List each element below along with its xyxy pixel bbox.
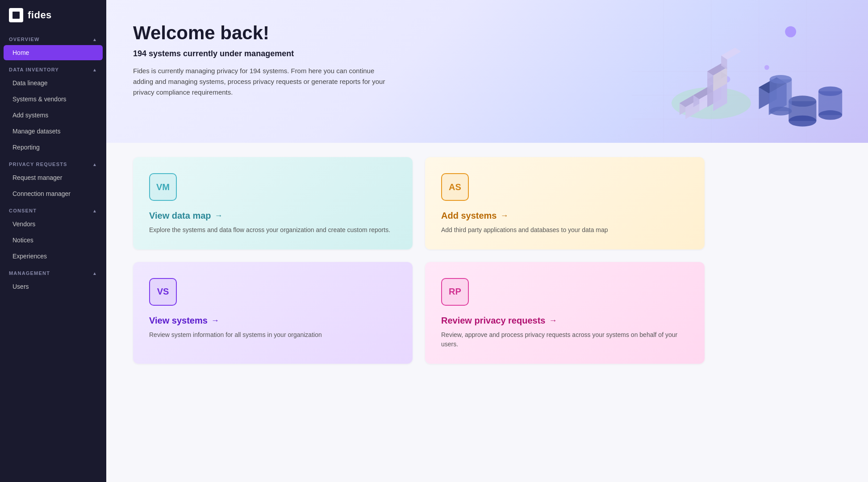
card-desc-vm: Explore the systems and data flow across… [149, 225, 396, 235]
sidebar-item-experiences[interactable]: Experiences [4, 249, 103, 264]
card-title-rp: Review privacy requests → [441, 316, 689, 326]
section-label-data-inventory: DATA INVENTORY [9, 67, 59, 72]
section-header-overview[interactable]: OVERVIEW ▲ [0, 30, 106, 45]
sidebar-item-request-manager[interactable]: Request manager [4, 170, 103, 185]
hero-illustration [618, 0, 868, 143]
sidebar-item-add-systems[interactable]: Add systems [4, 108, 103, 123]
card-badge-rp: RP [441, 278, 469, 306]
logo-box [9, 8, 23, 22]
svg-point-28 [789, 116, 816, 127]
hero-svg [618, 0, 868, 143]
logo-icon [12, 11, 21, 20]
sidebar-item-systems-vendors[interactable]: Systems & vendors [4, 91, 103, 107]
section-header-consent[interactable]: CONSENT ▲ [0, 202, 106, 216]
sidebar-item-notices[interactable]: Notices [4, 233, 103, 248]
sidebar-item-reporting[interactable]: Reporting [4, 140, 103, 155]
chevron-data-inventory: ▲ [92, 67, 97, 72]
chevron-overview: ▲ [92, 37, 97, 42]
card-badge-vs: VS [149, 278, 177, 306]
hero-description: Fides is currently managing privacy for … [133, 66, 392, 98]
section-header-management[interactable]: MANAGEMENT ▲ [0, 264, 106, 278]
svg-point-9 [785, 26, 796, 37]
card-add-systems[interactable]: AS Add systems → Add third party applica… [425, 157, 705, 249]
sidebar-item-data-lineage[interactable]: Data lineage [4, 75, 103, 91]
svg-rect-0 [13, 12, 20, 19]
card-desc-rp: Review, approve and process privacy requ… [441, 330, 689, 349]
card-title-as: Add systems → [441, 211, 689, 221]
arrow-rp: → [549, 316, 557, 325]
cards-grid: VM View data map → Explore the systems a… [106, 143, 731, 382]
section-label-privacy-requests: PRIVACY REQUESTS [9, 162, 67, 167]
main-content: Welcome back! 194 systems currently unde… [106, 0, 868, 482]
sidebar-item-connection-manager[interactable]: Connection manager [4, 186, 103, 201]
svg-point-31 [818, 110, 842, 120]
hero-title: Welcome back! [133, 22, 392, 44]
sidebar-item-vendors[interactable]: Vendors [4, 216, 103, 232]
sidebar-item-manage-datasets[interactable]: Manage datasets [4, 124, 103, 139]
section-label-consent: CONSENT [9, 208, 37, 213]
chevron-consent: ▲ [92, 208, 97, 213]
card-view-data-map[interactable]: VM View data map → Explore the systems a… [133, 157, 413, 249]
sidebar-item-home[interactable]: Home [4, 45, 103, 60]
section-header-data-inventory[interactable]: DATA INVENTORY ▲ [0, 61, 106, 75]
hero-section: Welcome back! 194 systems currently unde… [106, 0, 868, 143]
sidebar: fides OVERVIEW ▲ Home DATA INVENTORY ▲ D… [0, 0, 106, 482]
card-title-vs: View systems → [149, 316, 396, 326]
card-desc-as: Add third party applications and databas… [441, 225, 689, 235]
arrow-vm: → [215, 211, 223, 220]
section-label-overview: OVERVIEW [9, 37, 40, 42]
card-badge-as: AS [441, 173, 469, 201]
card-view-systems[interactable]: VS View systems → Review system informat… [133, 262, 413, 364]
section-header-privacy-requests[interactable]: PRIVACY REQUESTS ▲ [0, 155, 106, 170]
arrow-as: → [501, 211, 509, 220]
card-review-privacy-requests[interactable]: RP Review privacy requests → Review, app… [425, 262, 705, 364]
chevron-management: ▲ [92, 271, 97, 276]
card-desc-vs: Review system information for all system… [149, 330, 396, 340]
hero-text: Welcome back! 194 systems currently unde… [133, 22, 392, 98]
arrow-vs: → [211, 316, 219, 325]
card-badge-vm: VM [149, 173, 177, 201]
logo-container: fides [0, 0, 106, 30]
svg-point-37 [764, 65, 769, 70]
hero-subtitle: 194 systems currently under management [133, 49, 392, 58]
logo-text: fides [28, 9, 52, 21]
section-label-management: MANAGEMENT [9, 270, 50, 276]
card-title-vm: View data map → [149, 211, 396, 221]
svg-point-34 [770, 107, 792, 116]
sidebar-item-users[interactable]: Users [4, 279, 103, 294]
svg-rect-33 [770, 79, 792, 111]
chevron-privacy-requests: ▲ [92, 162, 97, 167]
